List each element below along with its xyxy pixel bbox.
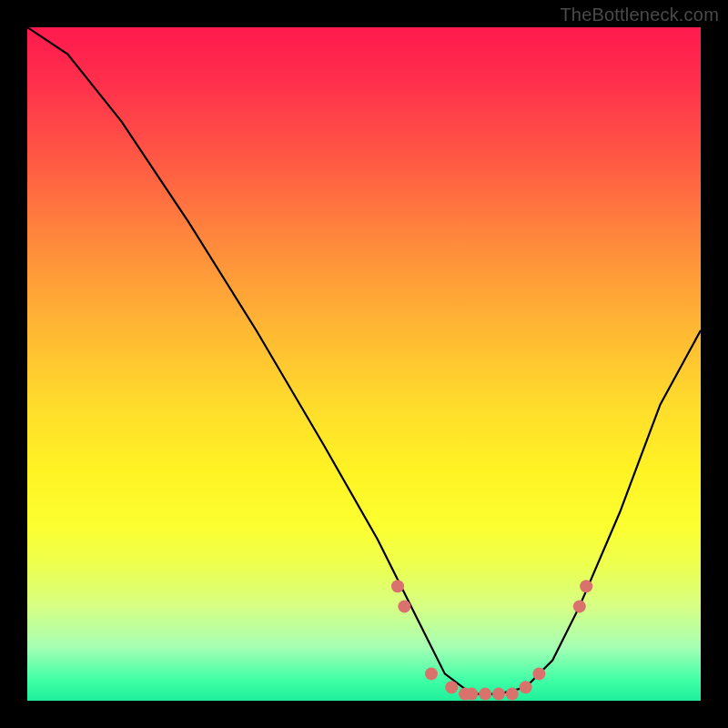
- highlight-dot: [398, 600, 410, 612]
- highlight-dot: [465, 688, 478, 701]
- highlight-dot: [492, 688, 505, 701]
- chart-frame: TheBottleneck.com: [0, 0, 728, 728]
- highlight-dot: [479, 688, 491, 701]
- highlight-dot: [506, 688, 519, 701]
- bottleneck-curve: [27, 27, 701, 701]
- highlight-dot: [520, 681, 532, 693]
- highlight-dot: [573, 600, 586, 612]
- highlight-dot: [425, 667, 438, 680]
- highlight-dot: [580, 580, 592, 592]
- curve-path: [27, 27, 701, 694]
- watermark-label: TheBottleneck.com: [560, 5, 719, 25]
- plot-area: [27, 27, 701, 701]
- highlight-dot: [391, 580, 404, 592]
- highlight-dot: [532, 667, 545, 680]
- highlight-dot: [445, 681, 458, 693]
